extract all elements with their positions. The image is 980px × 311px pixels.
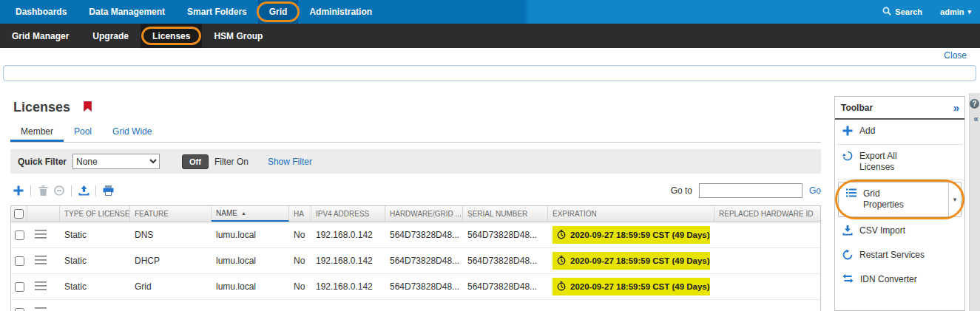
row-menu-icon[interactable] [35,256,47,267]
global-search[interactable]: Search [882,7,922,17]
toolbar-item-label: CSV Import [859,225,905,236]
nav-item-grid[interactable]: Grid [258,0,299,24]
subnav-item-hsm-group[interactable]: HSM Group [202,24,274,48]
cell-ipv4: 192.168.0.142 [311,222,385,247]
row-checkbox-cell [11,222,27,247]
bookmark-icon[interactable] [84,101,92,114]
goto-input[interactable] [699,183,802,198]
add-icon[interactable] [10,182,27,199]
table-row[interactable]: Static Grid lumu.local No 192.168.0.142 … [11,274,820,300]
subnav-item-licenses[interactable]: Licenses [141,24,202,48]
side-toolbar-header: Toolbar » [835,97,964,120]
quick-filter-select[interactable]: None [72,154,160,169]
close-link[interactable]: Close [944,50,967,61]
subnav-item-upgrade[interactable]: Upgrade [81,24,141,48]
col-header-name[interactable]: NAME ▲ [212,206,289,222]
tab-pool[interactable]: Pool [64,122,102,142]
quick-filter-label: Quick Filter [18,157,67,167]
subnav-item-grid-manager[interactable]: Grid Manager [0,24,81,48]
side-toolbar-panel: Toolbar » Add Export All Licenses Grid P… [834,96,965,311]
collapsed-banner-panel [3,65,976,81]
collapse-panel-icon[interactable]: « [973,114,979,124]
expiration-badge: 2020-09-27 18:59:59 CST (49 Days) [552,252,710,270]
toolbar-item-label: Grid Properties [863,188,916,211]
toolbar-item-add[interactable]: Add [835,120,964,144]
cell-hardware: 564D73828D48... [385,274,463,299]
toolbar-item-export-all-licenses[interactable]: Export All Licenses [835,145,964,179]
row-checkbox[interactable] [15,256,24,266]
cell-expiration: 2020-09-27 18:59:59 CST (49 Days) [548,248,714,273]
cell-hardware: 564D73828D48... [385,222,463,247]
remove-icon[interactable] [51,182,67,199]
select-all-checkbox[interactable] [14,209,24,219]
select-all-checkbox-cell [11,206,27,222]
cell-hardware: 564D73828D48... [385,248,463,273]
cell-serial: 564D73828D48... [463,248,548,273]
nav-item-smart-folders[interactable]: Smart Folders [176,0,258,24]
toolbar-divider [95,185,96,196]
toolbar-item-restart-services[interactable]: Restart Services [835,244,964,268]
row-checkbox[interactable] [15,282,24,292]
user-name: admin [940,7,964,16]
row-menu-icon[interactable] [35,230,47,241]
col-header-type[interactable]: TYPE OF LICENSE [60,206,130,222]
table-row[interactable]: Static DNS lumu.local No 192.168.0.142 5… [11,222,820,248]
cell-expiration [548,300,714,311]
app-screen: Dashboards Data Management Smart Folders… [0,0,980,311]
show-filter-link[interactable]: Show Filter [268,157,312,167]
search-icon [882,7,891,17]
nav-item-label: Smart Folders [187,7,247,17]
divider [837,179,963,180]
row-menu-cell [27,248,60,273]
cell-replaced [714,300,820,311]
user-menu[interactable]: admin ▾ [940,7,971,16]
cell-feature: DHCP [130,248,212,273]
cell-name [212,300,289,311]
grid-properties-dropdown-caret[interactable]: ▾ [948,182,961,216]
print-icon[interactable] [100,182,116,199]
col-header-hardware[interactable]: HARDWARE/GRID ... [385,206,463,222]
help-icon[interactable]: ? [970,99,979,109]
nav-item-dashboards[interactable]: Dashboards [4,0,78,24]
row-menu-header-cell [27,206,60,222]
cell-replaced [714,274,820,299]
toolbar-item-label: IDN Converter [860,274,917,285]
row-checkbox[interactable] [15,230,24,240]
filter-toggle-button[interactable]: Off [182,154,209,169]
top-nav-right: Search admin ▾ [882,0,980,24]
expiration-text: 2020-09-27 18:59:59 CST (49 Days) [570,230,710,239]
row-checkbox[interactable] [15,308,24,311]
col-header-feature[interactable]: FEATURE [130,206,212,222]
expiration-text: 2020-09-27 18:59:59 CST (49 Days) [570,282,710,291]
col-header-expiration[interactable]: EXPIRATION [548,206,714,222]
expiration-text: 2020-09-27 18:59:59 CST (49 Days) [570,256,710,265]
upload-icon[interactable] [75,182,92,199]
cell-ipv4: 192.168.0.142 [311,248,385,273]
go-link[interactable]: Go [809,185,821,196]
page-title: Licenses [13,100,70,115]
expand-panel-icon[interactable]: » [953,101,959,114]
cell-feature: DNS [130,222,212,247]
toolbar-item-grid-properties[interactable]: Grid Properties ▾ [838,182,962,217]
row-menu-icon[interactable] [35,281,47,293]
cell-name: lumu.local [212,248,289,273]
toolbar-item-csv-import[interactable]: CSV Import [835,219,964,244]
toolbar-item-label: Restart Services [859,250,925,261]
nav-item-label: Dashboards [16,7,67,17]
col-header-serial[interactable]: SERIAL NUMBER [463,206,548,222]
row-menu-icon[interactable] [35,307,47,311]
col-header-ipv4[interactable]: IPV4 ADDRESS [311,206,385,222]
nav-item-data-management[interactable]: Data Management [78,0,176,24]
cell-replaced [714,222,820,247]
toolbar-item-idn-converter[interactable]: IDN Converter [835,268,964,291]
tab-member[interactable]: Member [10,122,64,142]
table-row-partial[interactable] [11,300,820,311]
nav-item-administration[interactable]: Administration [298,0,383,24]
cell-feature: Grid [130,274,212,299]
tab-grid-wide[interactable]: Grid Wide [102,122,162,142]
delete-icon[interactable] [35,182,51,199]
col-header-replaced[interactable]: REPLACED HARDWARE ID [714,206,820,222]
licenses-table: TYPE OF LICENSE FEATURE NAME ▲ HA IPV4 A… [10,205,821,311]
table-row[interactable]: Static DHCP lumu.local No 192.168.0.142 … [11,248,820,274]
col-header-ha[interactable]: HA [289,206,311,222]
